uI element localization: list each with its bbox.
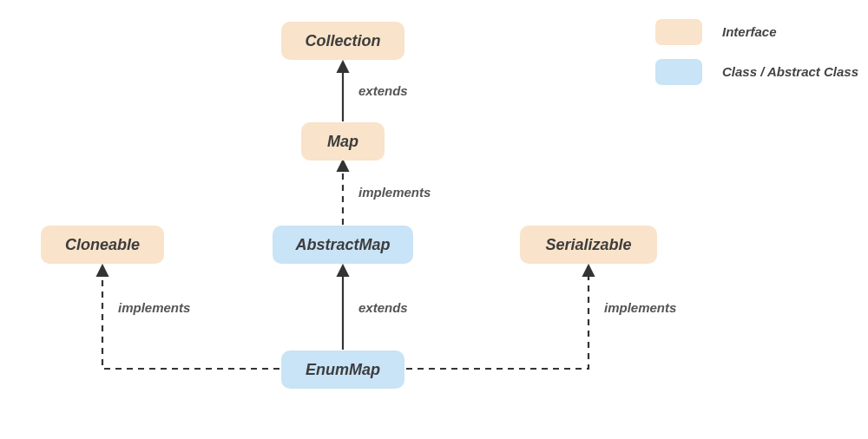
legend-label-interface: Interface — [722, 24, 777, 39]
node-map: Map — [301, 122, 385, 161]
node-label: AbstractMap — [295, 236, 390, 254]
node-serializable: Serializable — [520, 226, 657, 264]
edge-enummap-serializable — [406, 266, 589, 369]
node-cloneable: Cloneable — [41, 226, 164, 264]
edge-label-enummap-serializable: implements — [604, 300, 676, 315]
node-label: Cloneable — [65, 236, 140, 254]
node-label: Serializable — [545, 236, 631, 254]
node-label: Map — [327, 133, 358, 151]
node-enummap: EnumMap — [281, 351, 404, 389]
node-abstractmap: AbstractMap — [273, 226, 413, 264]
edge-enummap-cloneable — [102, 266, 279, 369]
legend-swatch-interface — [655, 19, 702, 45]
node-label: Collection — [305, 32, 380, 50]
edge-label-map-collection: extends — [358, 83, 408, 98]
legend-swatch-class — [655, 59, 702, 85]
edge-label-enummap-cloneable: implements — [118, 300, 190, 315]
legend-label-class: Class / Abstract Class — [722, 64, 858, 79]
edge-label-abstractmap-map: implements — [358, 185, 431, 200]
edge-label-enummap-abstractmap: extends — [358, 300, 408, 315]
node-collection: Collection — [281, 22, 404, 60]
node-label: EnumMap — [306, 361, 380, 379]
